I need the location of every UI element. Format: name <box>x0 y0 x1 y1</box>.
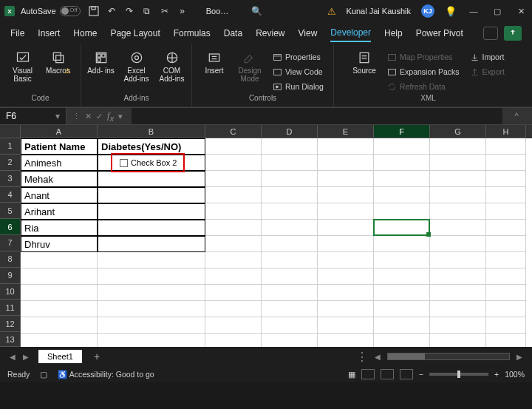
undo-icon[interactable]: ↶ <box>106 5 117 17</box>
formula-bar[interactable] <box>132 108 502 124</box>
cell[interactable] <box>205 138 262 155</box>
cell[interactable] <box>262 317 318 334</box>
cell[interactable] <box>374 171 430 187</box>
cell[interactable] <box>374 334 430 347</box>
tab-page-layout[interactable]: Page Layout <box>110 25 160 41</box>
cell[interactable] <box>318 171 374 187</box>
cell[interactable] <box>430 138 486 155</box>
tab-developer[interactable]: Developer <box>330 24 371 42</box>
name-box[interactable]: F6▾ <box>0 108 66 124</box>
cell[interactable] <box>205 236 262 252</box>
cell[interactable] <box>486 317 526 334</box>
horizontal-scrollbar[interactable] <box>387 353 510 360</box>
cell[interactable] <box>318 138 374 155</box>
row-header-12[interactable]: 12 <box>0 316 21 332</box>
macro-record-icon[interactable]: ▢ <box>40 370 47 379</box>
view-normal-button[interactable] <box>361 369 375 379</box>
cell[interactable] <box>205 317 262 334</box>
cell[interactable] <box>205 268 262 285</box>
cell[interactable] <box>318 317 374 334</box>
copy-icon[interactable]: ⧉ <box>141 5 153 17</box>
cell[interactable] <box>486 236 526 252</box>
cell-A7[interactable]: Dhruv <box>21 236 98 252</box>
cell-A1[interactable]: Patient Name <box>21 138 98 155</box>
ideas-icon[interactable]: 💡 <box>445 6 457 17</box>
tab-review[interactable]: Review <box>256 25 284 41</box>
checkbox-icon[interactable] <box>120 159 128 167</box>
cell[interactable] <box>374 155 430 171</box>
cell[interactable] <box>374 317 430 334</box>
accessibility-status[interactable]: ♿ Accessibility: Good to go <box>58 370 154 379</box>
cell[interactable] <box>374 301 430 317</box>
add-sheet-button[interactable]: + <box>94 351 100 362</box>
cell[interactable] <box>486 334 526 347</box>
excel-addins-button[interactable]: Excel Add-ins <box>121 47 152 83</box>
cell[interactable] <box>98 252 205 268</box>
cut-icon[interactable]: ✂ <box>159 5 171 17</box>
cell[interactable] <box>430 171 486 187</box>
cell[interactable] <box>262 203 318 220</box>
cell[interactable] <box>486 301 526 317</box>
tab-formulas[interactable]: Formulas <box>174 25 211 41</box>
row-header-5[interactable]: 5 <box>0 203 21 219</box>
cell[interactable] <box>486 252 526 268</box>
com-addins-button[interactable]: COM Add-ins <box>157 47 188 83</box>
view-pagebreak-button[interactable] <box>400 369 413 379</box>
col-header-D[interactable]: D <box>262 125 318 138</box>
cell[interactable] <box>318 220 374 236</box>
cell[interactable] <box>205 301 262 317</box>
cell[interactable] <box>98 301 205 317</box>
cell[interactable] <box>486 268 526 285</box>
warning-icon[interactable]: ⚠ <box>327 6 336 17</box>
cell[interactable] <box>262 268 318 285</box>
redo-icon[interactable]: ↷ <box>123 5 135 17</box>
hscroll-options-icon[interactable]: ⋮ <box>356 350 368 364</box>
col-header-F[interactable]: F <box>374 125 430 138</box>
row-header-11[interactable]: 11 <box>0 300 21 316</box>
row-header-4[interactable]: 4 <box>0 187 21 203</box>
cell[interactable] <box>374 236 430 252</box>
cell[interactable] <box>318 236 374 252</box>
cell-A3[interactable]: Mehak <box>21 171 98 187</box>
col-header-H[interactable]: H <box>486 125 526 138</box>
tab-power-pivot[interactable]: Power Pivot <box>416 25 463 41</box>
cell[interactable] <box>205 285 262 301</box>
cell-grid[interactable]: Patient NameDiabetes(Yes/NO)AnimeshMehak… <box>21 138 526 347</box>
cell[interactable] <box>98 285 205 301</box>
cell[interactable] <box>21 252 98 268</box>
comments-button[interactable] <box>483 27 498 40</box>
cell[interactable] <box>430 236 486 252</box>
cell[interactable] <box>262 171 318 187</box>
cell[interactable] <box>205 334 262 347</box>
cell[interactable] <box>430 317 486 334</box>
cell[interactable] <box>98 334 205 347</box>
cell[interactable] <box>262 187 318 203</box>
cell[interactable] <box>318 334 374 347</box>
cell[interactable] <box>486 285 526 301</box>
visual-basic-button[interactable]: Visual Basic <box>7 47 38 83</box>
cell[interactable] <box>486 171 526 187</box>
cell-A4[interactable]: Anant <box>21 187 98 203</box>
cell[interactable] <box>486 138 526 155</box>
cell[interactable] <box>374 285 430 301</box>
cell[interactable] <box>430 187 486 203</box>
xml-source-button[interactable]: Source <box>349 47 380 75</box>
cell[interactable] <box>430 220 486 236</box>
design-mode-button[interactable]: Design Mode <box>234 47 265 83</box>
cell[interactable] <box>374 252 430 268</box>
cell[interactable] <box>374 268 430 285</box>
tab-help[interactable]: Help <box>384 25 403 41</box>
ribbon-collapse-icon[interactable]: ^ <box>507 111 526 121</box>
cell[interactable] <box>430 268 486 285</box>
cell[interactable] <box>430 252 486 268</box>
cell[interactable] <box>430 285 486 301</box>
cell[interactable] <box>318 155 374 171</box>
cell[interactable] <box>318 203 374 220</box>
cell[interactable] <box>262 155 318 171</box>
tab-home[interactable]: Home <box>73 25 97 41</box>
cell[interactable] <box>374 187 430 203</box>
row-header-8[interactable]: 8 <box>0 251 21 268</box>
cell[interactable] <box>205 187 262 203</box>
cell[interactable] <box>318 268 374 285</box>
tab-insert[interactable]: Insert <box>38 25 60 41</box>
